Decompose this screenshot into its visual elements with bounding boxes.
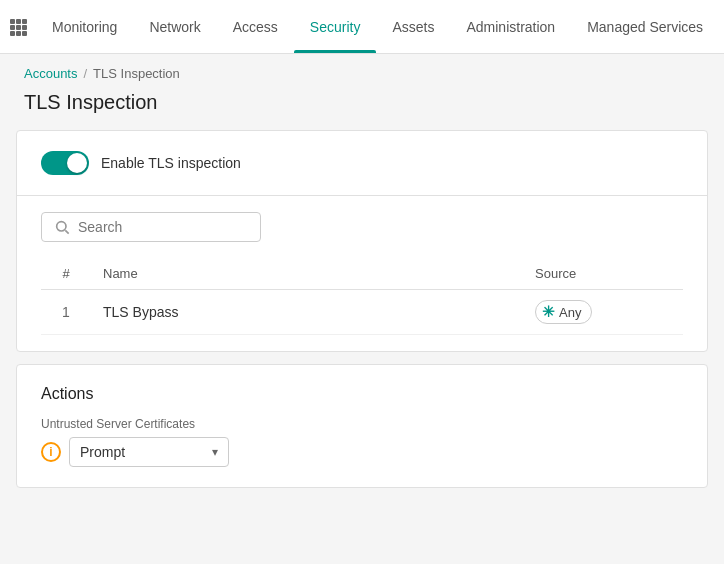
search-input[interactable]: [78, 219, 248, 235]
col-header-num: #: [41, 258, 91, 290]
tls-toggle[interactable]: [41, 151, 89, 175]
breadcrumb: Accounts / TLS Inspection: [0, 54, 724, 87]
data-table: # Name Source 1 TLS Bypass ✳ Any: [41, 258, 683, 335]
toggle-label: Enable TLS inspection: [101, 155, 241, 171]
prompt-select[interactable]: Prompt ▾: [69, 437, 229, 467]
search-icon: [54, 219, 70, 235]
table-row: 1 TLS Bypass ✳ Any: [41, 290, 683, 335]
cell-name: TLS Bypass: [91, 290, 523, 335]
actions-card: Actions Untrusted Server Certificates i …: [16, 364, 708, 488]
page-title: TLS Inspection: [0, 87, 724, 130]
col-header-name: Name: [91, 258, 523, 290]
cell-source: ✳ Any: [523, 290, 683, 335]
search-bar[interactable]: [41, 212, 261, 242]
breadcrumb-parent[interactable]: Accounts: [24, 66, 77, 81]
chevron-down-icon: ▾: [212, 445, 218, 459]
nav-item-security[interactable]: Security: [294, 0, 377, 53]
svg-rect-0: [10, 19, 15, 24]
nav-item-administration[interactable]: Administration: [450, 0, 571, 53]
svg-line-10: [65, 230, 68, 233]
top-nav: Monitoring Network Access Security Asset…: [0, 0, 724, 54]
svg-rect-7: [16, 31, 21, 36]
breadcrumb-separator: /: [83, 66, 87, 81]
toggle-section: Enable TLS inspection: [17, 131, 707, 195]
svg-rect-1: [16, 19, 21, 24]
untrusted-label: Untrusted Server Certificates: [41, 417, 683, 431]
breadcrumb-current: TLS Inspection: [93, 66, 180, 81]
svg-rect-4: [16, 25, 21, 30]
select-field: i Prompt ▾: [41, 437, 683, 467]
nav-item-assets[interactable]: Assets: [376, 0, 450, 53]
source-badge[interactable]: ✳ Any: [535, 300, 592, 324]
nav-item-monitoring[interactable]: Monitoring: [36, 0, 133, 53]
svg-rect-8: [22, 31, 27, 36]
source-badge-label: Any: [559, 305, 581, 320]
tls-enable-card: Enable TLS inspection # Name Source: [16, 130, 708, 352]
nav-item-network[interactable]: Network: [133, 0, 216, 53]
prompt-value: Prompt: [80, 444, 125, 460]
info-icon: i: [41, 442, 61, 462]
main-content: Enable TLS inspection # Name Source: [0, 130, 724, 516]
nav-item-managed-services[interactable]: Managed Services: [571, 0, 719, 53]
svg-rect-3: [10, 25, 15, 30]
grid-icon[interactable]: [8, 9, 28, 45]
asterisk-icon: ✳: [542, 303, 555, 321]
svg-rect-6: [10, 31, 15, 36]
svg-rect-5: [22, 25, 27, 30]
col-header-source: Source: [523, 258, 683, 290]
actions-title: Actions: [41, 385, 683, 403]
table-section: # Name Source 1 TLS Bypass ✳ Any: [17, 196, 707, 351]
nav-items: Monitoring Network Access Security Asset…: [36, 0, 719, 53]
svg-rect-2: [22, 19, 27, 24]
cell-num: 1: [41, 290, 91, 335]
svg-point-9: [57, 222, 66, 231]
nav-item-access[interactable]: Access: [217, 0, 294, 53]
table-header-row: # Name Source: [41, 258, 683, 290]
